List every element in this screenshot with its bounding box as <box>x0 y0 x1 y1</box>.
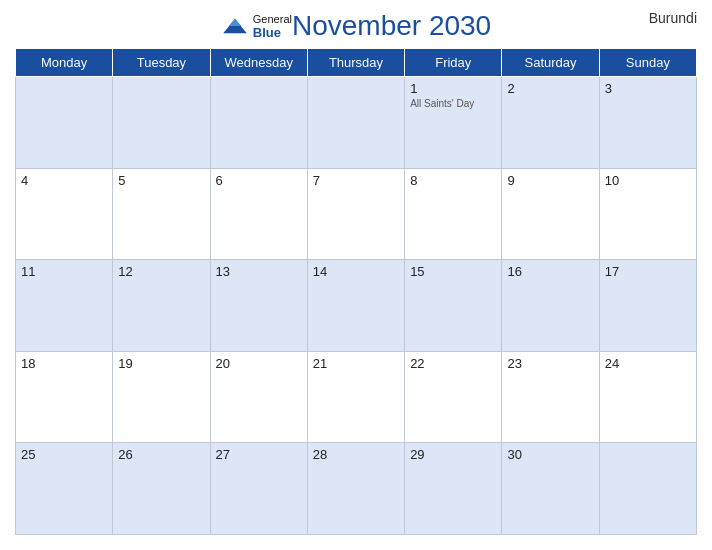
calendar-header: General Blue November 2030 Burundi <box>15 10 697 42</box>
day-number: 25 <box>21 447 107 462</box>
week-row-3: 11121314151617 <box>16 260 697 352</box>
weekday-header-friday: Friday <box>405 49 502 77</box>
country-label: Burundi <box>649 10 697 26</box>
calendar-cell-w3-d1: 11 <box>16 260 113 352</box>
calendar-cell-w3-d6: 16 <box>502 260 599 352</box>
weekday-header-saturday: Saturday <box>502 49 599 77</box>
calendar-cell-w1-d6: 2 <box>502 77 599 169</box>
weekday-header-monday: Monday <box>16 49 113 77</box>
day-number: 9 <box>507 173 593 188</box>
weekday-header-wednesday: Wednesday <box>210 49 307 77</box>
week-row-2: 45678910 <box>16 168 697 260</box>
day-number: 19 <box>118 356 204 371</box>
week-row-5: 252627282930 <box>16 443 697 535</box>
day-number: 7 <box>313 173 399 188</box>
calendar-cell-w5-d7 <box>599 443 696 535</box>
day-number: 5 <box>118 173 204 188</box>
day-number: 22 <box>410 356 496 371</box>
logo-blue: Blue <box>253 25 292 40</box>
calendar-cell-w1-d4 <box>307 77 404 169</box>
day-number: 21 <box>313 356 399 371</box>
calendar-cell-w2-d6: 9 <box>502 168 599 260</box>
calendar-cell-w1-d5: 1All Saints' Day <box>405 77 502 169</box>
calendar-cell-w2-d4: 7 <box>307 168 404 260</box>
day-number: 13 <box>216 264 302 279</box>
weekday-header-thursday: Thursday <box>307 49 404 77</box>
calendar-cell-w4-d1: 18 <box>16 351 113 443</box>
day-number: 18 <box>21 356 107 371</box>
calendar-tbody: 1All Saints' Day234567891011121314151617… <box>16 77 697 535</box>
day-number: 11 <box>21 264 107 279</box>
weekday-header-sunday: Sunday <box>599 49 696 77</box>
calendar-cell-w3-d5: 15 <box>405 260 502 352</box>
logo-text: General Blue <box>253 13 292 40</box>
day-number: 4 <box>21 173 107 188</box>
logo: General Blue <box>221 13 292 40</box>
calendar-cell-w4-d2: 19 <box>113 351 210 443</box>
week-row-1: 1All Saints' Day23 <box>16 77 697 169</box>
day-number: 17 <box>605 264 691 279</box>
calendar-container: General Blue November 2030 Burundi Monda… <box>0 0 712 550</box>
logo-general: General <box>253 13 292 25</box>
day-number: 16 <box>507 264 593 279</box>
calendar-cell-w2-d2: 5 <box>113 168 210 260</box>
day-number: 10 <box>605 173 691 188</box>
calendar-thead: MondayTuesdayWednesdayThursdayFridaySatu… <box>16 49 697 77</box>
day-number: 23 <box>507 356 593 371</box>
calendar-cell-w1-d7: 3 <box>599 77 696 169</box>
weekday-header-tuesday: Tuesday <box>113 49 210 77</box>
calendar-title: November 2030 <box>292 10 491 42</box>
day-number: 20 <box>216 356 302 371</box>
calendar-cell-w1-d2 <box>113 77 210 169</box>
day-number: 1 <box>410 81 496 96</box>
calendar-cell-w2-d1: 4 <box>16 168 113 260</box>
day-number: 27 <box>216 447 302 462</box>
calendar-cell-w2-d3: 6 <box>210 168 307 260</box>
day-number: 15 <box>410 264 496 279</box>
day-number: 6 <box>216 173 302 188</box>
day-number: 8 <box>410 173 496 188</box>
calendar-cell-w4-d6: 23 <box>502 351 599 443</box>
calendar-cell-w2-d7: 10 <box>599 168 696 260</box>
day-number: 24 <box>605 356 691 371</box>
calendar-cell-w5-d4: 28 <box>307 443 404 535</box>
calendar-cell-w4-d7: 24 <box>599 351 696 443</box>
calendar-cell-w3-d3: 13 <box>210 260 307 352</box>
day-number: 2 <box>507 81 593 96</box>
holiday-name: All Saints' Day <box>410 98 496 109</box>
logo-icon <box>221 17 249 35</box>
calendar-cell-w4-d3: 20 <box>210 351 307 443</box>
day-number: 28 <box>313 447 399 462</box>
calendar-cell-w3-d4: 14 <box>307 260 404 352</box>
calendar-cell-w3-d7: 17 <box>599 260 696 352</box>
calendar-cell-w5-d2: 26 <box>113 443 210 535</box>
calendar-cell-w1-d1 <box>16 77 113 169</box>
calendar-cell-w5-d1: 25 <box>16 443 113 535</box>
day-number: 14 <box>313 264 399 279</box>
calendar-cell-w3-d2: 12 <box>113 260 210 352</box>
day-number: 12 <box>118 264 204 279</box>
weekday-header-row: MondayTuesdayWednesdayThursdayFridaySatu… <box>16 49 697 77</box>
calendar-cell-w1-d3 <box>210 77 307 169</box>
calendar-cell-w2-d5: 8 <box>405 168 502 260</box>
day-number: 30 <box>507 447 593 462</box>
calendar-cell-w4-d5: 22 <box>405 351 502 443</box>
svg-marker-1 <box>229 19 242 26</box>
calendar-table: MondayTuesdayWednesdayThursdayFridaySatu… <box>15 48 697 535</box>
week-row-4: 18192021222324 <box>16 351 697 443</box>
day-number: 3 <box>605 81 691 96</box>
calendar-cell-w5-d3: 27 <box>210 443 307 535</box>
calendar-cell-w5-d6: 30 <box>502 443 599 535</box>
day-number: 29 <box>410 447 496 462</box>
day-number: 26 <box>118 447 204 462</box>
calendar-cell-w4-d4: 21 <box>307 351 404 443</box>
calendar-cell-w5-d5: 29 <box>405 443 502 535</box>
